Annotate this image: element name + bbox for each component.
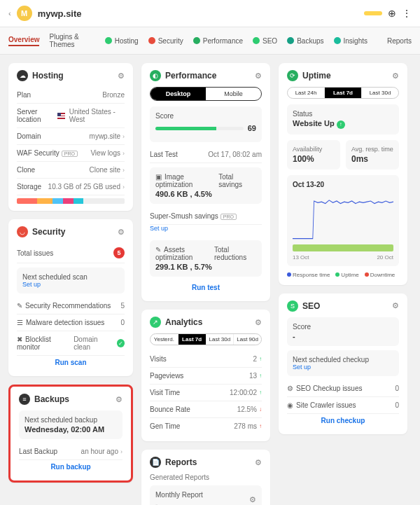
tab-plugins[interactable]: Plugins & Themes [49,33,94,48]
uptime-chart: Oct 13-20 13 Oct20 Oct [287,175,399,266]
run-checkup-button[interactable]: Run checkup [287,414,399,427]
site-name: mywp.site [38,8,82,19]
hosting-settings[interactable]: ⚙ [118,71,125,81]
storage-bar [17,198,125,204]
wand-icon: ✎ [17,302,22,310]
backup-icon: ≡ [19,394,30,405]
reports-icon: 📄 [150,457,161,468]
analytics-settings[interactable]: ⚙ [255,318,262,327]
wordpress-icon[interactable]: ⊕ [388,8,396,19]
reports-settings[interactable]: ⚙ [255,458,262,467]
crawler-icon: ◉ [287,401,293,409]
uptime-card: ⟳Uptime⚙ Last 24hLast 7dLast 30d StatusW… [279,63,407,285]
hosting-card: ☁Hosting⚙ PlanBronze Server locationUnit… [8,63,133,211]
security-settings[interactable]: ⚙ [118,228,125,237]
tab-hosting[interactable]: Hosting [105,37,139,45]
perf-settings[interactable]: ⚙ [255,71,262,81]
analytics-card: ↗Analytics⚙ Yesterd.Last 7dLast 30dLast … [141,310,270,441]
seo-setup[interactable]: Set up [293,364,393,371]
analytics-icon: ↗ [150,317,161,328]
checkup-icon: ⚙ [287,385,293,392]
seo-icon: S [287,300,298,312]
monthly-report-settings[interactable]: ⚙ [249,495,256,504]
security-card: ◡Security⚙ Total issues5 Next scheduled … [8,219,133,376]
last-backup-row[interactable]: Last Backupan hour ago› [19,443,122,460]
run-backup-button[interactable]: Run backup [19,460,122,473]
tab-security[interactable]: Security [148,37,183,45]
uptime-range[interactable]: Last 24hLast 7dLast 30d [287,87,399,99]
analytics-range[interactable]: Yesterd.Last 7dLast 30dLast 90d [150,333,262,345]
reports-card: 📄Reports⚙ Generated Reports Monthly Repo… [141,450,270,505]
tab-overview[interactable]: Overview [8,36,39,46]
tab-seo[interactable]: SEO [253,37,277,45]
storage-row[interactable]: Storage10.3 GB of 25 GB used› [17,179,125,195]
shield-icon: ◡ [17,226,28,237]
backups-settings[interactable]: ⚙ [115,395,122,404]
blocklist-icon: ✖ [17,335,22,343]
asset-icon: ✎ [155,246,161,254]
back-button[interactable]: ‹ [8,9,11,18]
waf-row[interactable]: WAF SecurityPROView logs› [17,145,125,162]
status-pill [364,11,382,15]
image-icon: ▣ [155,173,162,181]
security-setup[interactable]: Set up [22,281,119,288]
performance-card: ◐Performance⚙ DesktopMobile Score69 Last… [141,63,270,301]
uptime-icon: ⟳ [287,70,298,81]
device-toggle[interactable]: DesktopMobile [150,87,262,101]
gauge-icon: ◐ [150,70,161,81]
cloud-icon: ☁ [17,70,28,81]
clone-row[interactable]: CloneClone site› [17,162,125,179]
backups-card: ≡Backups⚙ Next scheduled backupWednesday… [8,385,133,483]
smush-setup[interactable]: Set up [150,225,262,236]
more-menu[interactable]: ⋮ [402,8,412,19]
seo-card: SSEO⚙ Score- Next scheduled checkupSet u… [279,293,407,434]
site-avatar: M [17,6,32,21]
tab-performance[interactable]: Performance [193,37,243,45]
check-icon: ✓ [117,339,125,347]
tab-insights[interactable]: Insights [334,37,368,45]
bug-icon: ☰ [17,319,23,326]
flag-us-icon [57,113,64,119]
run-test-button[interactable]: Run test [150,281,262,294]
run-scan-button[interactable]: Run scan [17,356,125,369]
seo-settings[interactable]: ⚙ [392,301,399,310]
tab-reports[interactable]: Reports [387,37,412,45]
domain-row[interactable]: Domainmywp.site› [17,128,125,145]
up-arrow-icon: ↑ [337,120,345,129]
tab-backups[interactable]: Backups [287,37,323,45]
uptime-settings[interactable]: ⚙ [392,71,399,81]
issues-badge: 5 [113,247,125,258]
